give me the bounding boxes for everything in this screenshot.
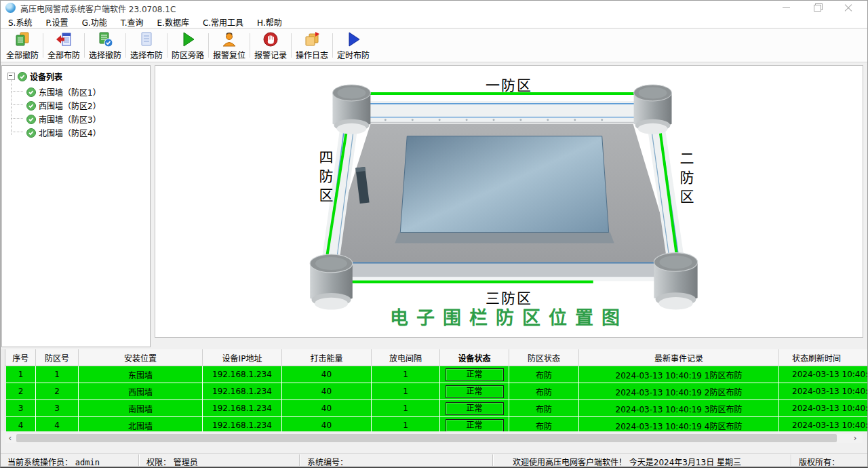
table-cell: 40 (282, 400, 372, 417)
timed-arm-button[interactable]: 定时布防 (334, 29, 373, 62)
select-disarm-button[interactable]: 选择撤防 (85, 29, 125, 62)
toolbar-separator (332, 33, 333, 58)
table-cell: 北围墙 (79, 417, 203, 432)
alarm-reset-button[interactable]: 报警复位 (210, 29, 249, 62)
table-cell: 布防 (509, 366, 579, 383)
toolbar-separator (125, 33, 126, 58)
window-title: 高压电网警戒系统客户端软件 23.0708.1C (20, 3, 176, 14)
table-cell: 192.168.1.234 (203, 383, 282, 400)
col-header-0[interactable]: 序号 (6, 349, 36, 366)
table-cell: 2 (36, 383, 79, 400)
toolbar-separator (291, 33, 292, 58)
zone-status-table-wrap: 序号防区号安装位置设备IP地址打击能量放电间隔设备状态防区状态最新事件记录状态刷… (5, 349, 868, 431)
col-header-3[interactable]: 设备IP地址 (203, 349, 282, 366)
tree-item-zone4[interactable]: 北围墙（防区4） (26, 127, 101, 138)
col-header-5[interactable]: 放电间隔 (372, 349, 440, 366)
menu-item-tools[interactable]: C.常用工具 (196, 16, 250, 28)
collapse-icon[interactable] (7, 73, 15, 80)
disarm-all-button[interactable]: 全部撤防 (3, 29, 42, 62)
menu-item-database[interactable]: E.数据库 (150, 16, 195, 28)
check-circle-icon (26, 115, 36, 124)
table-cell: 3 (36, 400, 79, 417)
person-reset-icon (220, 31, 238, 48)
table-row[interactable]: 22西围墙192.168.1.234401正常布防2024-03-13 10:4… (6, 383, 868, 400)
check-select-disarm-icon (96, 31, 114, 48)
table-cell: 2 (6, 383, 36, 400)
col-header-7[interactable]: 防区状态 (509, 349, 579, 366)
scroll-right-icon[interactable]: › (850, 433, 860, 443)
table-row[interactable]: 44北围墙192.168.1.234401正常布防2024-03-13 10:4… (6, 417, 868, 432)
tree-root-label: 设备列表 (30, 71, 62, 82)
table-row[interactable]: 33南围墙192.168.1.234401正常布防2024-03-13 10:4… (6, 400, 868, 417)
table-cell: 1 (372, 366, 440, 383)
menu-item-functions[interactable]: G.功能 (75, 16, 114, 28)
tree-item-label: 西围墙（防区2） (39, 100, 101, 111)
zone-bypass-button[interactable]: 防区旁路 (168, 29, 208, 62)
table-cell: 布防 (509, 417, 579, 432)
device-tree-panel: 设备列表 东围墙（防区1） 西围墙（防区2） 南围墙（防区3） 北围墙（防区4） (1, 65, 151, 347)
tree-item-zone3[interactable]: 南围墙（防区3） (26, 113, 101, 125)
device-status-box: 正常 (446, 402, 504, 415)
table-cell: 正常 (440, 400, 509, 417)
col-header-6[interactable]: 设备状态 (440, 349, 509, 366)
table-cell: 1 (372, 417, 440, 432)
operator-label: 当前系统操作员： admin (7, 456, 100, 467)
table-cell: 南围墙 (79, 400, 203, 417)
table-cell: 40 (282, 366, 372, 383)
col-header-8[interactable]: 最新事件记录 (579, 349, 779, 366)
table-cell: 3 (6, 400, 36, 417)
green-play-icon (179, 31, 197, 48)
arm-all-button[interactable]: 全部布防 (44, 29, 83, 62)
device-status-box: 正常 (446, 419, 504, 432)
table-cell: 2024-03-13 10:40:19 3防区布防 (579, 400, 779, 417)
operator-value: admin (75, 458, 100, 467)
table-cell: 192.168.1.234 (203, 400, 282, 417)
toolbar-separator (250, 33, 250, 58)
alarm-records-button[interactable]: 报警记录 (251, 29, 290, 62)
table-cell: 东围墙 (79, 366, 203, 383)
menu-item-system[interactable]: S.系统 (1, 16, 39, 28)
form-arm-all-icon (55, 31, 73, 48)
menu-item-help[interactable]: H.帮助 (250, 16, 289, 28)
scrollbar-thumb[interactable] (16, 434, 837, 442)
menu-item-settings[interactable]: P.设置 (39, 16, 75, 28)
col-header-2[interactable]: 安装位置 (79, 349, 203, 366)
table-cell: 4 (36, 417, 79, 432)
tree-item-zone1[interactable]: 东围墙（防区1） (26, 86, 101, 98)
table-row[interactable]: 11东围墙192.168.1.234401正常布防2024-03-13 10:4… (6, 366, 868, 383)
statusbar-divider (791, 454, 791, 466)
table-cell: 1 (372, 400, 440, 417)
welcome-message: 欢迎使用高压电网客户端软件！ 今天是2024年3月13日 星期三 (513, 456, 741, 467)
menu-item-query[interactable]: T.查询 (114, 16, 151, 28)
table-cell: 正常 (440, 417, 509, 432)
horizontal-scrollbar[interactable]: ‹ › (5, 433, 863, 443)
tree-connector (11, 79, 12, 135)
table-cell: 布防 (509, 383, 579, 400)
table-cell: 40 (282, 417, 372, 432)
folders-log-icon (303, 31, 321, 48)
tree-item-zone2[interactable]: 西围墙（防区2） (26, 100, 101, 111)
table-header-row: 序号防区号安装位置设备IP地址打击能量放电间隔设备状态防区状态最新事件记录状态刷… (6, 349, 868, 366)
close-icon (844, 4, 852, 12)
toolbar: 全部撤防 全部布防 选择撤防 选择布防 防区旁路 报警复位 报警记录 操作日志 (0, 29, 868, 62)
col-header-9[interactable]: 状态刷新时间 (779, 349, 868, 366)
check-circle-icon (26, 87, 36, 97)
table-cell: 1 (372, 383, 440, 400)
tree-root-device-list[interactable]: 设备列表 (7, 71, 62, 82)
col-header-1[interactable]: 防区号 (36, 349, 79, 366)
permission-value: 管理员 (174, 458, 198, 467)
zone-status-table: 序号防区号安装位置设备IP地址打击能量放电间隔设备状态防区状态最新事件记录状态刷… (5, 349, 868, 431)
toolbar-separator (208, 33, 209, 58)
minimize-button[interactable] (770, 0, 802, 16)
operation-log-button[interactable]: 操作日志 (292, 29, 332, 62)
tree-connector (11, 118, 23, 119)
system-id-label: 系统编号： (307, 456, 348, 467)
close-button[interactable] (833, 0, 864, 16)
select-arm-button[interactable]: 选择布防 (127, 29, 166, 62)
restore-button[interactable] (802, 0, 833, 16)
statusbar-divider (299, 454, 300, 466)
col-header-4[interactable]: 打击能量 (282, 349, 372, 366)
table-cell: 40 (282, 383, 372, 400)
table-cell: 4 (6, 417, 36, 432)
scroll-left-icon[interactable]: ‹ (5, 433, 15, 443)
